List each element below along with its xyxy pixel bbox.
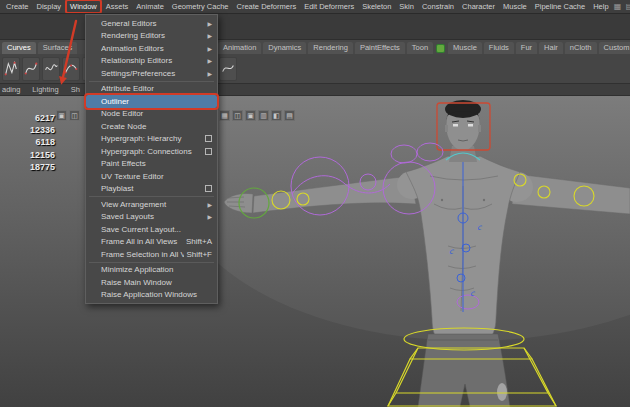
option-box-icon[interactable] [205, 148, 212, 155]
menu-item-minimize-application[interactable]: Minimize Application [86, 264, 217, 277]
menu-separator [89, 262, 214, 263]
arc-tool-icon[interactable] [62, 57, 80, 81]
panel-menu-lighting[interactable]: Lighting [32, 84, 58, 95]
viewport-toolbar-icon[interactable]: ◫ [232, 110, 243, 121]
panel-menu-shading-partial[interactable]: ading [2, 84, 20, 95]
shelf-tab-fluids[interactable]: Fluids [484, 42, 514, 54]
shelf-tab-surfaces[interactable]: Surfaces [38, 42, 78, 54]
shelf-tab-painteffects[interactable]: PaintEffects [355, 42, 405, 54]
menubar-item-geometry-cache[interactable]: Geometry Cache [168, 1, 233, 12]
menu-item-node-editor[interactable]: Node Editor [86, 108, 217, 121]
curve-tool-icons-overflow [219, 57, 237, 81]
menu-item-attribute-editor[interactable]: Attribute Editor [86, 83, 217, 96]
menu-item-label: Saved Layouts [101, 212, 205, 221]
curve-tool-icon[interactable] [219, 57, 237, 81]
ep-curve-tool-icon[interactable] [22, 57, 40, 81]
menu-item-rendering-editors[interactable]: Rendering Editors ▶ [86, 30, 217, 43]
shelf-tab-curves[interactable]: Curves [2, 42, 36, 54]
shelf-tab-fur[interactable]: Fur [516, 42, 537, 54]
menu-item-save-current-layout[interactable]: Save Current Layout... [86, 223, 217, 236]
menubar-item-create[interactable]: Create [2, 1, 33, 12]
layout-rows-icon[interactable]: ▤ [625, 2, 630, 12]
menubar-item-window[interactable]: Window [65, 0, 102, 14]
submenu-arrow-icon: ▶ [207, 45, 212, 52]
menubar-item-create-deformers[interactable]: Create Deformers [233, 1, 301, 12]
menu-item-relationship-editors[interactable]: Relationship Editors ▶ [86, 55, 217, 68]
viewport-toolbar-left: ▣ ◫ [56, 110, 80, 121]
svg-text:c: c [449, 247, 454, 256]
shelf-tab-toon[interactable]: Toon [407, 42, 433, 54]
menu-item-animation-editors[interactable]: Animation Editors ▶ [86, 42, 217, 55]
menu-item-view-arrangement[interactable]: View Arrangement ▶ [86, 198, 217, 211]
menu-item-label: Rendering Editors [101, 31, 205, 40]
submenu-arrow-icon: ▶ [207, 20, 212, 27]
menu-item-hypergraph-connections[interactable]: Hypergraph: Connections [86, 145, 217, 158]
menubar-item-skeleton[interactable]: Skeleton [358, 1, 395, 12]
menubar-item-edit-deformers[interactable]: Edit Deformers [300, 1, 358, 12]
menu-item-create-node[interactable]: Create Node [86, 120, 217, 133]
menu-item-general-editors[interactable]: General Editors ▶ [86, 17, 217, 30]
shelf-tab-ncloth[interactable]: nCloth [565, 42, 597, 54]
menu-item-label: Settings/Preferences [101, 69, 205, 78]
viewport-toolbar-icon[interactable]: ▣ [245, 110, 256, 121]
submenu-arrow-icon: ▶ [207, 57, 212, 64]
shelf-tabs-left: Curves Surfaces [2, 42, 77, 54]
menubar-item-skin[interactable]: Skin [395, 1, 418, 12]
menu-item-label: Create Node [101, 122, 212, 131]
submenu-arrow-icon: ▶ [207, 213, 212, 220]
shelf-tab-hair[interactable]: Hair [539, 42, 563, 54]
menu-item-label: Hypergraph: Hierarchy [101, 134, 203, 143]
submenu-arrow-icon: ▶ [207, 70, 212, 77]
cv-curve-tool-icon[interactable] [2, 57, 20, 81]
menu-item-label: Animation Editors [101, 44, 205, 53]
viewport-toolbar-icon[interactable]: ▦ [219, 110, 230, 121]
menu-item-label: Frame All in All Views [101, 237, 184, 246]
menubar-item-character[interactable]: Character [458, 1, 499, 12]
menu-item-raise-application-windows[interactable]: Raise Application Windows [86, 289, 217, 302]
menu-item-label: UV Texture Editor [101, 172, 212, 181]
submenu-arrow-icon: ▶ [207, 32, 212, 39]
menu-item-settings-preferences[interactable]: Settings/Preferences ▶ [86, 67, 217, 80]
option-box-icon[interactable] [205, 185, 212, 192]
menu-item-label: General Editors [101, 19, 205, 28]
menubar-item-pipeline-cache[interactable]: Pipeline Cache [531, 1, 589, 12]
menu-item-frame-all-in-all-views[interactable]: Frame All in All Views Shift+A [86, 236, 217, 249]
viewport-toolbar-icon[interactable]: ◫ [69, 110, 80, 121]
viewport-toolbar-icon[interactable]: ▣ [56, 110, 67, 121]
menubar-item-animate[interactable]: Animate [132, 1, 168, 12]
pencil-curve-tool-icon[interactable] [42, 57, 60, 81]
window-menu-dropdown: General Editors ▶ Rendering Editors ▶ An… [85, 14, 218, 304]
shelf-tab-muscle[interactable]: Muscle [448, 42, 482, 54]
menubar-item-help[interactable]: Help [589, 1, 612, 12]
menu-item-hypergraph-hierarchy[interactable]: Hypergraph: Hierarchy [86, 133, 217, 146]
menu-item-label: Hypergraph: Connections [101, 147, 203, 156]
shelf-tab-animation[interactable]: Animation [218, 42, 261, 54]
viewport-toolbar-icon[interactable]: ▤ [284, 110, 295, 121]
menubar-item-display[interactable]: Display [33, 1, 66, 12]
menu-item-frame-selection-in-all-views[interactable]: Frame Selection in All Views Shift+F [86, 248, 217, 261]
menu-item-shortcut: Shift+F [186, 250, 212, 259]
menu-item-uv-texture-editor[interactable]: UV Texture Editor [86, 170, 217, 183]
green-shelf-icon[interactable] [436, 44, 445, 53]
menu-item-outliner[interactable]: Outliner [86, 95, 217, 108]
menu-item-saved-layouts[interactable]: Saved Layouts ▶ [86, 211, 217, 224]
option-box-icon[interactable] [205, 135, 212, 142]
menubar-item-muscle[interactable]: Muscle [499, 1, 531, 12]
panel-menu-show-partial[interactable]: Sh [71, 84, 80, 95]
shelf-tab-dynamics[interactable]: Dynamics [263, 42, 306, 54]
shelf-tab-rendering[interactable]: Rendering [308, 42, 353, 54]
menu-item-paint-effects[interactable]: Paint Effects [86, 158, 217, 171]
hud-count: 12336 [0, 124, 55, 136]
hud-count: 6217 [0, 112, 55, 124]
viewport-toolbar-icon[interactable]: ◧ [271, 110, 282, 121]
layout-grid-icon[interactable]: ▦ [613, 2, 623, 12]
menu-item-playblast[interactable]: Playblast [86, 183, 217, 196]
shelf-tab-custom[interactable]: Custom [599, 42, 630, 54]
viewport-toolbar-icon[interactable]: ▥ [258, 110, 269, 121]
hud-count: 6118 [0, 136, 55, 148]
menubar-item-assets[interactable]: Assets [102, 1, 133, 12]
menubar-icon-group: ▦ ▤ ▥ ◨ [613, 2, 630, 12]
svg-text:c: c [477, 223, 482, 232]
menubar-item-constrain[interactable]: Constrain [418, 1, 458, 12]
menu-item-raise-main-window[interactable]: Raise Main Window [86, 276, 217, 289]
